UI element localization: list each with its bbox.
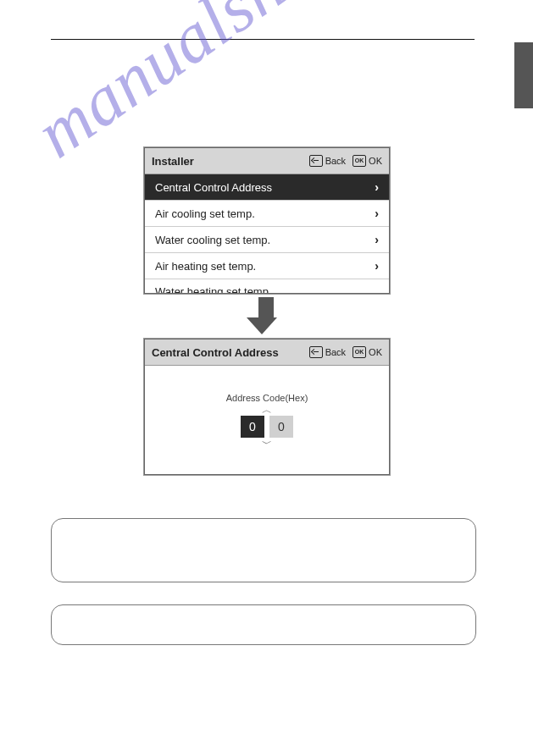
menu-item-air-heating[interactable]: Air heating set temp. › — [145, 253, 389, 279]
ok-label: OK — [369, 347, 382, 357]
back-label: Back — [325, 347, 346, 357]
panel2-body: Address Code(Hex) ︿ 0 0 ﹀ — [145, 366, 389, 474]
digit-stepper-2[interactable]: 0 — [269, 416, 293, 438]
page-edge-tab — [514, 42, 533, 108]
chevron-right-icon: › — [375, 259, 379, 273]
address-code-label: Address Code(Hex) — [226, 393, 308, 403]
menu-item-cutoff: Water heating set temp. — [145, 279, 389, 293]
back-button[interactable]: Back — [309, 346, 346, 358]
ok-icon: OK — [353, 346, 366, 358]
panel1-titlebar: Installer Back OK OK — [145, 148, 389, 174]
menu-item-label: Water heating set temp. — [155, 279, 272, 293]
chevron-right-icon: › — [375, 180, 379, 194]
chevron-right-icon: › — [375, 207, 379, 220]
back-button[interactable]: Back — [309, 155, 346, 167]
menu-item-label: Air heating set temp. — [155, 260, 256, 273]
panel1-title: Installer — [152, 155, 303, 168]
rounded-box-1 — [51, 518, 476, 582]
panel2-titlebar: Central Control Address Back OK OK — [145, 339, 389, 366]
panel2-title: Central Control Address — [152, 346, 303, 359]
digit-group: 0 0 — [241, 416, 293, 438]
arrow-down-icon — [254, 297, 277, 334]
menu-item-central-control[interactable]: Central Control Address › — [145, 174, 389, 201]
menu-item-label: Central Control Address — [155, 181, 272, 194]
ok-label: OK — [369, 156, 382, 166]
menu-list: Central Control Address › Air cooling se… — [145, 174, 389, 293]
ok-icon: OK — [353, 155, 366, 167]
chevron-up-icon[interactable]: ︿ — [262, 406, 272, 414]
back-label: Back — [325, 156, 346, 166]
address-panel: Central Control Address Back OK OK Addre… — [144, 339, 390, 475]
rounded-box-2 — [51, 604, 476, 645]
menu-item-water-cooling[interactable]: Water cooling set temp. › — [145, 227, 389, 253]
menu-item-label: Air cooling set temp. — [155, 207, 255, 220]
horizontal-rule — [51, 39, 475, 40]
menu-item-air-cooling[interactable]: Air cooling set temp. › — [145, 201, 389, 227]
installer-menu-panel: Installer Back OK OK Central Control Add… — [144, 147, 390, 294]
digit-stepper-1[interactable]: 0 — [241, 416, 264, 438]
menu-item-label: Water cooling set temp. — [155, 234, 270, 246]
ok-button[interactable]: OK OK — [353, 346, 382, 358]
back-icon — [309, 346, 323, 358]
back-icon — [309, 155, 323, 167]
ok-button[interactable]: OK OK — [353, 155, 382, 167]
chevron-down-icon[interactable]: ﹀ — [262, 439, 272, 448]
chevron-right-icon: › — [375, 233, 379, 246]
